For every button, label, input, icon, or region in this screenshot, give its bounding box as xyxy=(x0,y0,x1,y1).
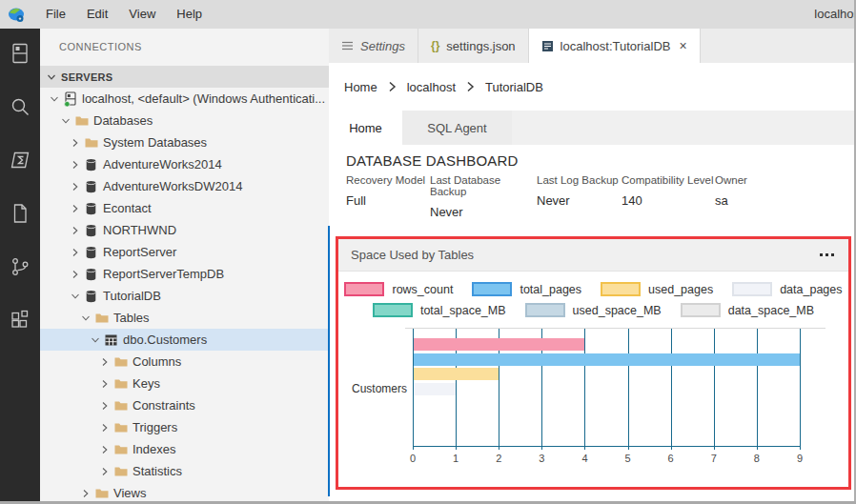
tree-item-columns[interactable]: Columns xyxy=(40,351,329,373)
tree-item-triggers[interactable]: Triggers xyxy=(40,416,329,438)
tree-item-system-databases[interactable]: System Databases xyxy=(40,131,329,153)
chevron-down-icon[interactable] xyxy=(48,94,61,104)
folder-icon xyxy=(82,137,100,149)
menu-item-file[interactable]: File xyxy=(35,0,76,29)
legend-label: total_space_MB xyxy=(420,304,506,317)
legend-label: used_space_MB xyxy=(573,304,662,317)
bar-total-pages[interactable] xyxy=(414,353,800,366)
chevron-right-icon[interactable] xyxy=(69,182,82,192)
tab-home[interactable]: Home xyxy=(329,111,402,145)
property-label: Compatibility Level xyxy=(622,174,715,186)
server-icon xyxy=(61,91,79,107)
bar-data-pages[interactable] xyxy=(414,383,456,395)
activity-bar-item-search[interactable] xyxy=(0,82,40,135)
tree-item-statistics[interactable]: Statistics xyxy=(40,460,329,482)
tree-item-reportserver[interactable]: ReportServer xyxy=(40,241,329,263)
x-axis-tick-label: 1 xyxy=(453,453,459,464)
activity-bar xyxy=(0,29,40,504)
tab-strip-filler xyxy=(512,111,856,145)
tree-item-constraints[interactable]: Constraints xyxy=(40,394,329,416)
property-last-database-backup: Last Database BackupNever xyxy=(430,174,537,219)
property-value: Full xyxy=(346,193,430,208)
chevron-right-icon[interactable] xyxy=(69,204,82,213)
tree-item-databases[interactable]: Databases xyxy=(40,110,329,131)
tree-item-label: AdventureWorks2014 xyxy=(103,157,222,171)
ellipsis-menu-button[interactable] xyxy=(818,250,836,260)
breadcrumb-item-home[interactable]: Home xyxy=(344,80,377,94)
chevron-right-icon[interactable] xyxy=(69,248,82,257)
legend-item-rows-count[interactable]: rows_count xyxy=(344,282,453,296)
tree-item-keys[interactable]: Keys xyxy=(40,373,329,394)
legend-item-data-pages[interactable]: data_pages xyxy=(732,282,842,296)
activity-bar-item-file[interactable] xyxy=(0,189,40,242)
tab-label: Settings xyxy=(360,39,405,53)
tree-item-label: Tables xyxy=(113,311,150,325)
chevron-down-icon[interactable] xyxy=(89,335,102,345)
tree-item-adventureworks2014[interactable]: AdventureWorks2014 xyxy=(40,153,329,175)
tree-item-adventureworksdw2014[interactable]: AdventureWorksDW2014 xyxy=(40,175,329,197)
chevron-right-icon[interactable] xyxy=(69,160,82,170)
pane-divider[interactable] xyxy=(328,226,330,496)
chevron-right-icon[interactable] xyxy=(79,489,92,498)
legend-item-used-space-mb[interactable]: used_space_MB xyxy=(525,303,662,317)
legend-label: used_pages xyxy=(648,283,713,296)
legend-item-total-space-mb[interactable]: total_space_MB xyxy=(373,303,506,317)
menu-item-view[interactable]: View xyxy=(118,0,166,29)
tree-item-reportservertempdb[interactable]: ReportServerTempDB xyxy=(40,263,329,285)
close-icon[interactable]: × xyxy=(679,39,686,52)
chevron-right-icon[interactable] xyxy=(98,423,112,433)
chevron-right-icon[interactable] xyxy=(69,270,82,279)
property-value: Never xyxy=(537,193,622,208)
servers-section-header[interactable]: SERVERS xyxy=(40,66,329,88)
tab-label: localhost:TutorialDB xyxy=(560,39,671,53)
chevron-right-icon[interactable] xyxy=(98,379,112,389)
legend-item-data-space-mb[interactable]: data_space_MB xyxy=(681,303,814,317)
activity-bar-item-connections[interactable] xyxy=(0,29,40,82)
breadcrumb-item-tutorialdb[interactable]: TutorialDB xyxy=(485,80,543,94)
tree-item-localhost-default-windows-authenticati[interactable]: localhost, <default> (Windows Authentica… xyxy=(40,88,329,110)
menu-item-help[interactable]: Help xyxy=(166,0,213,29)
tab-settings-json[interactable]: {}settings.json xyxy=(418,29,529,63)
tab-sql-agent[interactable]: SQL Agent xyxy=(402,111,512,145)
chevron-down-icon[interactable] xyxy=(79,313,92,323)
tree-item-label: AdventureWorksDW2014 xyxy=(103,179,242,193)
tab-localhost-tutorialdb[interactable]: localhost:TutorialDB× xyxy=(529,29,701,63)
tree-item-dbo-customers[interactable]: dbo.Customers xyxy=(40,329,329,351)
tree-item-tutorialdb[interactable]: TutorialDB xyxy=(40,285,329,307)
legend-item-total-pages[interactable]: total_pages xyxy=(472,282,581,296)
tree-item-label: NORTHWND xyxy=(103,223,176,237)
tree-item-tables[interactable]: Tables xyxy=(40,307,329,329)
chevron-right-icon[interactable] xyxy=(98,467,112,476)
chevron-right-icon[interactable] xyxy=(98,357,112,367)
bar-used-pages[interactable] xyxy=(414,368,499,380)
breadcrumb-item-localhost[interactable]: localhost xyxy=(407,80,456,94)
chevron-right-icon[interactable] xyxy=(98,445,112,454)
chevron-right-icon[interactable] xyxy=(69,226,82,235)
menu-item-edit[interactable]: Edit xyxy=(76,0,118,29)
terminal-icon xyxy=(9,149,31,175)
gridline xyxy=(714,329,715,450)
x-axis-tick-label: 5 xyxy=(624,453,630,464)
property-owner: Ownersa xyxy=(715,174,747,219)
chevron-right-icon[interactable] xyxy=(69,138,82,148)
activity-bar-item-source-control[interactable] xyxy=(0,242,40,295)
chevron-down-icon[interactable] xyxy=(59,116,72,126)
activity-bar-item-extensions[interactable] xyxy=(0,295,40,349)
property-value: Never xyxy=(430,205,537,219)
chevron-right-icon xyxy=(466,81,475,92)
legend-item-used-pages[interactable]: used_pages xyxy=(601,282,713,296)
tree-item-indexes[interactable]: Indexes xyxy=(40,438,329,460)
chevron-down-icon[interactable] xyxy=(69,292,82,301)
legend-swatch xyxy=(373,303,413,317)
tree-item-econtact[interactable]: Econtact xyxy=(40,197,329,219)
folder-icon xyxy=(112,356,130,368)
tab-settings[interactable]: Settings xyxy=(329,29,418,63)
bar-rows-count[interactable] xyxy=(414,338,584,351)
chevron-right-icon[interactable] xyxy=(98,401,112,411)
dashboard-icon xyxy=(541,40,554,52)
folder-icon xyxy=(112,444,130,455)
x-axis-tick-label: 7 xyxy=(711,453,717,464)
database-icon xyxy=(82,180,100,193)
activity-bar-item-terminal[interactable] xyxy=(0,135,40,189)
tree-item-northwnd[interactable]: NORTHWND xyxy=(40,219,329,241)
